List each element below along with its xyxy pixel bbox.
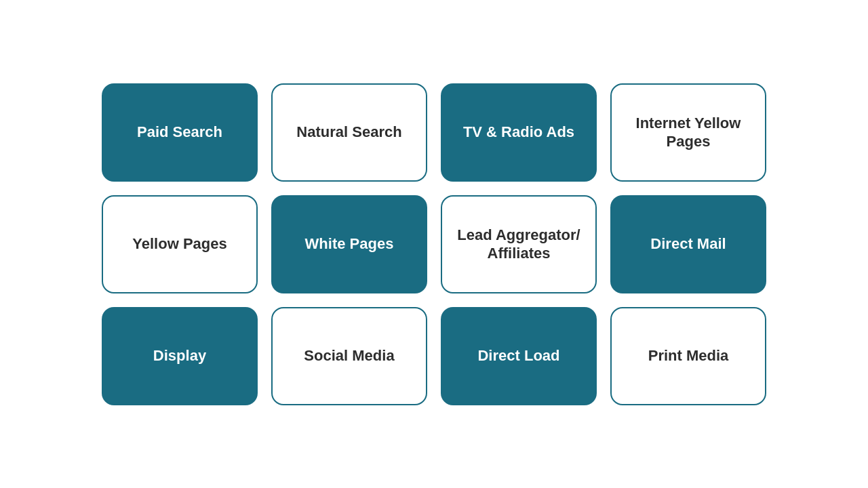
card-natural-search[interactable]: Natural Search [271,83,427,182]
card-label-display: Display [153,346,206,365]
card-label-internet-yellow-pages: Internet Yellow Pages [624,114,753,151]
card-label-direct-mail: Direct Mail [650,235,726,253]
card-direct-mail[interactable]: Direct Mail [610,195,766,293]
card-print-media[interactable]: Print Media [610,307,766,405]
card-label-print-media: Print Media [648,346,729,365]
card-paid-search[interactable]: Paid Search [102,83,258,182]
card-label-lead-aggregator: Lead Aggregator/ Affiliates [454,226,583,263]
card-display[interactable]: Display [102,307,258,405]
card-social-media[interactable]: Social Media [271,307,427,405]
card-label-natural-search: Natural Search [296,123,401,142]
card-yellow-pages[interactable]: Yellow Pages [102,195,258,293]
card-tv-radio-ads[interactable]: TV & Radio Ads [441,83,597,182]
card-grid: Paid SearchNatural SearchTV & Radio AdsI… [102,83,766,405]
card-direct-load[interactable]: Direct Load [441,307,597,405]
card-label-direct-load: Direct Load [477,346,559,365]
card-label-tv-radio-ads: TV & Radio Ads [463,123,574,142]
card-label-social-media: Social Media [304,346,394,365]
card-label-paid-search: Paid Search [137,123,222,142]
card-label-white-pages: White Pages [305,235,394,253]
card-label-yellow-pages: Yellow Pages [132,235,226,253]
card-lead-aggregator[interactable]: Lead Aggregator/ Affiliates [441,195,597,293]
card-internet-yellow-pages[interactable]: Internet Yellow Pages [610,83,766,182]
card-white-pages[interactable]: White Pages [271,195,427,293]
